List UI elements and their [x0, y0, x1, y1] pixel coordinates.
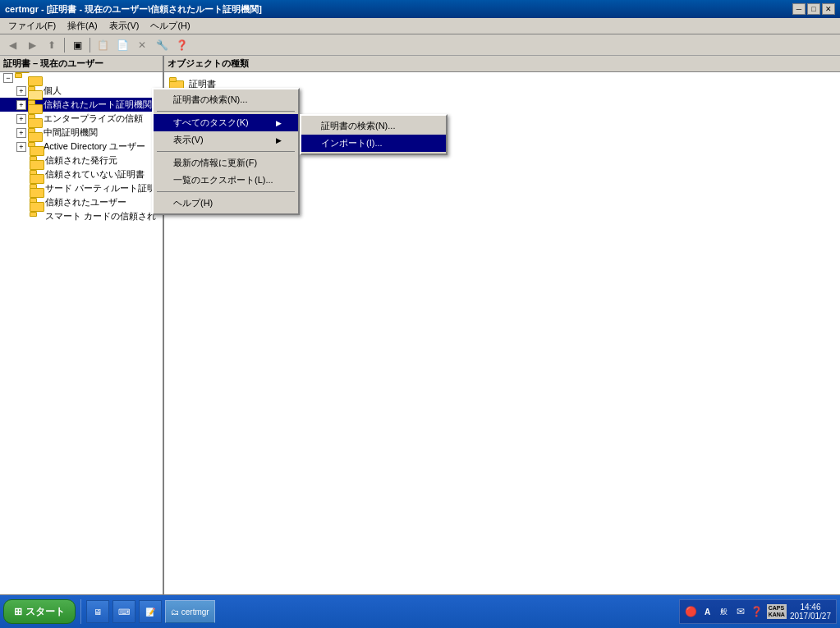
tree-ad-label: Active Directory ユーザー: [44, 140, 145, 153]
tree-trusted-root-label: 信頼されたルート証明機関: [44, 99, 152, 111]
tree-item-untrusted[interactable]: 信頼されていない証明書: [0, 167, 163, 181]
caps-badge: CAPSKANA: [767, 604, 787, 618]
expand-ad[interactable]: +: [16, 142, 26, 152]
taskbar-btn-certmgr[interactable]: 🗂 certmgr: [165, 600, 215, 623]
context-export-label: 一覧のエクスポート(L)...: [173, 174, 273, 186]
show-hide-button[interactable]: ▣: [68, 37, 86, 53]
tray-a-icon: A: [701, 605, 714, 618]
window-controls: ─ □ ✕: [792, 3, 835, 15]
tree-header: 証明書 – 現在のユーザー: [0, 56, 164, 71]
clock-date: 2017/01/27: [790, 612, 831, 621]
context-separator-3: [157, 191, 295, 192]
tree-intermediate-label: 中間証明機関: [44, 126, 98, 139]
up-button[interactable]: ⬆: [43, 37, 61, 53]
submenu-search[interactable]: 証明書の検索(N)...: [301, 117, 446, 135]
title-bar: certmgr - [証明書 - 現在のユーザー\信頼されたルート証明機関] ─…: [0, 0, 840, 18]
smartcard-folder-icon: [30, 212, 43, 222]
expand-enterprise[interactable]: +: [16, 114, 26, 124]
tree-third-party-label: サード パーティルート証明: [45, 182, 156, 195]
tray-help-icon: ❓: [750, 605, 764, 618]
tree-panel[interactable]: − + 個人 + 信頼されたルート証明機関 + エンタープライズ: [0, 72, 164, 594]
close-button[interactable]: ✕: [822, 3, 835, 15]
menu-bar: ファイル(F) 操作(A) 表示(V) ヘルプ(H): [0, 18, 840, 34]
help-button[interactable]: ❓: [172, 37, 190, 53]
taskbar-separator: [80, 599, 81, 624]
menu-help[interactable]: ヘルプ(H): [145, 19, 195, 33]
context-refresh-label: 最新の情報に更新(F): [173, 157, 257, 169]
forward-button[interactable]: ▶: [23, 37, 41, 53]
start-label: スタート: [25, 605, 65, 619]
context-view-label: 表示(V): [173, 134, 204, 146]
clock-time: 14:46: [790, 603, 831, 612]
properties-button[interactable]: 🔧: [153, 37, 171, 53]
tree-item-personal[interactable]: + 個人: [0, 84, 163, 98]
tree-item-root[interactable]: −: [0, 72, 163, 84]
tree-item-trusted-root[interactable]: + 信頼されたルート証明機関: [0, 98, 163, 112]
toolbar-separator-1: [64, 38, 65, 53]
tray-security-icon: 🔴: [685, 605, 698, 618]
panel-headers: 証明書 – 現在のユーザー オブジェクトの種類: [0, 56, 840, 72]
context-separator-2: [157, 151, 295, 152]
context-search[interactable]: 証明書の検索(N)...: [154, 91, 298, 108]
tree-trusted-users-label: 信頼されたユーザー: [45, 196, 126, 209]
tree-item-enterprise[interactable]: + エンタープライズの信頼: [0, 112, 163, 126]
tree-item-intermediate[interactable]: + 中間証明機関: [0, 126, 163, 140]
menu-file[interactable]: ファイル(F): [3, 19, 61, 33]
window-title: certmgr - [証明書 - 現在のユーザー\信頼されたルート証明機関]: [5, 3, 262, 16]
tree-personal-label: 個人: [44, 85, 62, 97]
context-refresh[interactable]: 最新の情報に更新(F): [154, 154, 298, 172]
tree-smartcard-label: スマート カードの信頼され: [45, 210, 156, 222]
copy-button[interactable]: 📋: [94, 37, 112, 53]
tree-untrusted-label: 信頼されていない証明書: [45, 168, 145, 181]
tree-item-smartcard[interactable]: スマート カードの信頼され: [0, 209, 163, 223]
context-export-list[interactable]: 一覧のエクスポート(L)...: [154, 172, 298, 189]
taskbar-btn-1[interactable]: 🖥: [86, 600, 109, 623]
tree-item-active-directory[interactable]: + Active Directory ユーザー: [0, 140, 163, 154]
context-search-label: 証明書の検索(N)...: [173, 94, 247, 106]
expand-trusted-root[interactable]: +: [16, 100, 26, 110]
expand-intermediate[interactable]: +: [16, 128, 26, 138]
toolbar-separator-2: [90, 38, 90, 53]
context-separator-1: [157, 111, 295, 112]
context-all-tasks-container: すべてのタスク(K) ▶ 証明書の検索(N)... インポート(I)...: [154, 114, 298, 131]
delete-button[interactable]: ✕: [133, 37, 151, 53]
root-folder-icon: [15, 73, 28, 83]
taskbar: ⊞ スタート 🖥 ⌨ 📝 🗂 certmgr 🔴 A 般 ✉ ❓ CAPSKAN…: [0, 595, 840, 628]
minimize-button[interactable]: ─: [792, 3, 806, 15]
right-header: オブジェクトの種類: [164, 56, 840, 71]
start-icon: ⊞: [14, 606, 22, 617]
tree-trusted-pub-label: 信頼された発行元: [45, 154, 117, 167]
system-tray: 🔴 A 般 ✉ ❓ CAPSKANA 14:46 2017/01/27: [679, 599, 837, 624]
toolbar: ◀ ▶ ⬆ ▣ 📋 📄 ✕ 🔧 ❓: [0, 34, 840, 56]
context-help[interactable]: ヘルプ(H): [154, 195, 298, 212]
taskbar-btn-3[interactable]: 📝: [139, 600, 162, 623]
expand-personal[interactable]: +: [16, 86, 26, 96]
tree-item-third-party[interactable]: サード パーティルート証明: [0, 181, 163, 195]
context-all-tasks[interactable]: すべてのタスク(K) ▶: [154, 114, 298, 131]
context-help-label: ヘルプ(H): [173, 197, 213, 209]
start-button[interactable]: ⊞ スタート: [3, 599, 76, 624]
tray-mail-icon: ✉: [734, 605, 747, 618]
submenu-arrow-view: ▶: [276, 136, 282, 144]
tree-header-text: 証明書 – 現在のユーザー: [3, 58, 103, 68]
expand-root[interactable]: −: [3, 73, 13, 83]
maximize-button[interactable]: □: [807, 3, 820, 15]
submenu-search-label: 証明書の検索(N)...: [321, 120, 395, 132]
context-all-tasks-label: すべてのタスク(K): [173, 117, 249, 129]
submenu-import-label: インポート(I)...: [321, 137, 383, 149]
right-header-text: オブジェクトの種類: [168, 58, 249, 68]
submenu-tasks: 証明書の検索(N)... インポート(I)...: [300, 114, 448, 155]
system-clock: 14:46 2017/01/27: [790, 603, 831, 621]
tree-enterprise-label: エンタープライズの信頼: [44, 112, 143, 125]
taskbar-btn-2[interactable]: ⌨: [112, 600, 135, 623]
menu-view[interactable]: 表示(V): [104, 19, 145, 33]
paste-button[interactable]: 📄: [113, 37, 131, 53]
tray-gen-icon: 般: [718, 605, 731, 618]
context-view[interactable]: 表示(V) ▶: [154, 131, 298, 149]
menu-action[interactable]: 操作(A): [62, 19, 103, 33]
back-button[interactable]: ◀: [3, 37, 21, 53]
tree-item-trusted-users[interactable]: 信頼されたユーザー: [0, 195, 163, 209]
submenu-import[interactable]: インポート(I)...: [301, 135, 446, 152]
submenu-arrow-tasks: ▶: [276, 119, 282, 127]
tree-item-trusted-publisher[interactable]: 信頼された発行元: [0, 154, 163, 167]
